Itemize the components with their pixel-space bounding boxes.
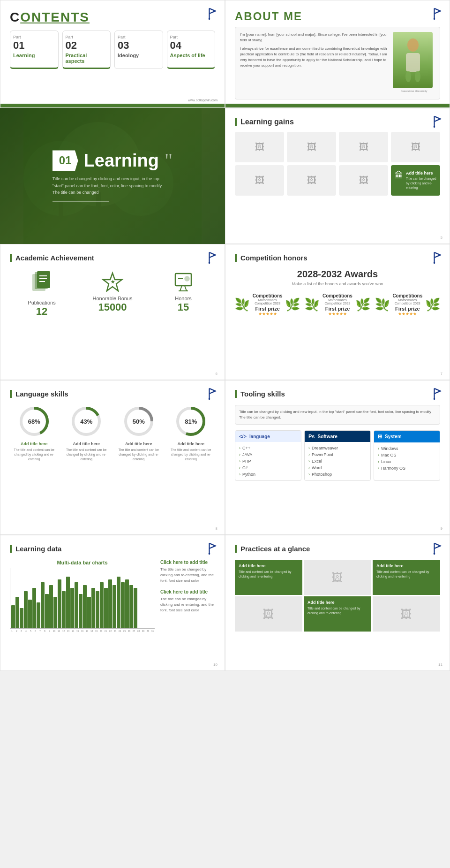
logo-flag-gains <box>432 115 442 128</box>
bar-label-0: 1 <box>10 630 14 632</box>
image-icon-3: 🖼 <box>359 142 368 152</box>
part-label-01: Part <box>13 35 55 39</box>
lang-php: PHP <box>239 458 297 464</box>
slide-num-8: 9 <box>441 526 442 531</box>
practices-grid: Add title here Title and content can be … <box>235 560 440 632</box>
stars-3: ★★★★★ <box>392 312 423 316</box>
bar-9 <box>49 585 53 628</box>
practice-desc-2: Title and content can be changed by clic… <box>376 570 436 579</box>
slide-num-9: 10 <box>213 662 218 667</box>
comp-item-2: 🌿 Competitions Mathematics Competition 2… <box>305 293 370 316</box>
bar-12 <box>62 591 66 628</box>
gain-item-3: 🖼 <box>339 132 388 162</box>
logo-flag-tooling <box>432 388 442 400</box>
slide-num-4: 5 <box>441 236 442 240</box>
circle-desc-3: The title and content can be changed by … <box>114 448 163 461</box>
chart-desc-area: Click here to add title The title can be… <box>160 560 215 632</box>
bar-label-27: 28 <box>136 630 141 632</box>
lang-python: Python <box>239 471 297 478</box>
circle-wrap-4: 81% <box>174 405 207 438</box>
slide-num-10: 11 <box>438 662 442 667</box>
bar-label-4: 5 <box>29 630 33 632</box>
lang-circle-4: 81% Add title here The title and content… <box>167 405 216 461</box>
click-title-1[interactable]: Click here to add title <box>160 560 215 565</box>
image-icon-2: 🖼 <box>307 142 316 152</box>
publications-value: 12 <box>10 305 74 318</box>
part-label-03: Part <box>118 35 160 39</box>
tool-header-lang: </> language <box>235 431 301 442</box>
sw-photoshop: Photoshop <box>308 471 367 478</box>
bar-3 <box>24 591 28 628</box>
practice-green-1: Add title here Title and content can be … <box>235 560 302 595</box>
bar-label-24: 25 <box>122 630 127 632</box>
click-desc-2: The title can be changed by clicking and… <box>160 596 215 613</box>
bar-label-19: 20 <box>99 630 103 632</box>
comp-inner-1: Competitions Mathematics Competition 202… <box>252 293 283 316</box>
bar-13 <box>66 577 70 628</box>
contents-title-colored: ONTENTS <box>20 10 90 25</box>
lang-csharp: C# <box>239 464 297 471</box>
bar-23 <box>108 579 112 628</box>
tool-header-sw: Ps Software <box>305 431 370 442</box>
bar-label-18: 19 <box>94 630 98 632</box>
logo-flag <box>207 8 218 20</box>
svg-point-0 <box>209 18 210 20</box>
bar-label-23: 24 <box>118 630 122 632</box>
about-title: ABOUT ME <box>235 10 440 23</box>
svg-point-4 <box>405 71 411 82</box>
comp-prize-2: First prize <box>322 306 353 312</box>
slide-tooling: Tooling skills Title can be changed by c… <box>225 380 450 535</box>
sw-excel: Excel <box>308 458 367 464</box>
comp-prize-3: First prize <box>392 306 423 312</box>
practice-desc-1: Title and content can be changed by clic… <box>239 570 299 579</box>
comp-item-3: 🌿 Competitions Mathematics Competition 2… <box>375 293 440 316</box>
circle-label-3: Add title here <box>114 442 163 446</box>
ach-bonus: ★ Honorable Bonus 15000 <box>81 271 144 318</box>
slide-about: ABOUT ME I'm [your name], from [your sch… <box>225 0 450 108</box>
logo-flag-academic <box>207 251 218 264</box>
logo-flag-lang <box>207 388 218 400</box>
quote-mark: " <box>165 153 172 169</box>
bar-label-7: 8 <box>43 630 47 632</box>
gain-item-4: 🖼 <box>391 132 440 162</box>
gain-item-featured[interactable]: 🏛 Add title here Title can be changed by… <box>391 165 440 196</box>
part-card-04[interactable]: Part 04 Aspects of life <box>167 30 216 69</box>
gains-grid: 🖼 🖼 🖼 🖼 🖼 🖼 🖼 🏛 Add title here Title can… <box>235 132 440 196</box>
bar-label-11: 12 <box>61 630 66 632</box>
honors-label: Honors <box>151 296 215 301</box>
photoshop-icon: Ps <box>308 434 315 439</box>
sys-items: Windows Mac OS Linux Harmony OS <box>374 442 440 474</box>
slide-language: Language skills 68% Add title here The t… <box>0 380 225 535</box>
logo-flag-data <box>207 542 218 555</box>
part-name-01: Learning <box>13 53 55 58</box>
bar-6 <box>37 602 40 628</box>
part-card-02[interactable]: Part 02 Practical aspects <box>62 30 111 69</box>
chart-title: Multi-data bar charts <box>10 560 155 565</box>
bonus-icon: ★ <box>81 271 144 292</box>
comp-detail-1: Mathematics Competition 2028 <box>252 298 283 305</box>
circle-wrap-2: 43% <box>70 405 103 438</box>
logo-flag-competition <box>432 251 442 264</box>
click-title-2[interactable]: Click here to add title <box>160 589 215 594</box>
part-card-01[interactable]: Part 01 Learning <box>10 30 59 69</box>
badge-number: 01 <box>52 150 78 171</box>
logo-flag-about <box>432 8 442 20</box>
part-name-04: Aspects of life <box>170 53 212 58</box>
slide-academic: Academic Achievement Publications 12 <box>0 244 225 380</box>
green-bottom-bar <box>0 104 225 107</box>
part-card-03[interactable]: Part 03 Ideology <box>114 30 163 69</box>
slide-num-7: 8 <box>216 526 218 531</box>
bar-label-2: 3 <box>19 630 23 632</box>
sys-harmony: Harmony OS <box>378 465 436 472</box>
slide-contents: C ONTENTS Part 01 Learning Part 02 Pract… <box>0 0 225 108</box>
circle-desc-2: The title and content can be changed by … <box>62 448 111 461</box>
logo-flag-practices <box>432 542 442 555</box>
wreath-1: 🌿 Competitions Mathematics Competition 2… <box>235 293 300 316</box>
comp-name-2: Competitions <box>322 293 353 298</box>
bar-29 <box>134 588 137 628</box>
bar-label-3: 4 <box>24 630 28 632</box>
sw-col-title: Software <box>317 434 337 439</box>
competition-section-title: Competition honors <box>235 254 440 262</box>
bar-10 <box>53 597 57 628</box>
circle-label-1: Add title here <box>10 442 59 446</box>
